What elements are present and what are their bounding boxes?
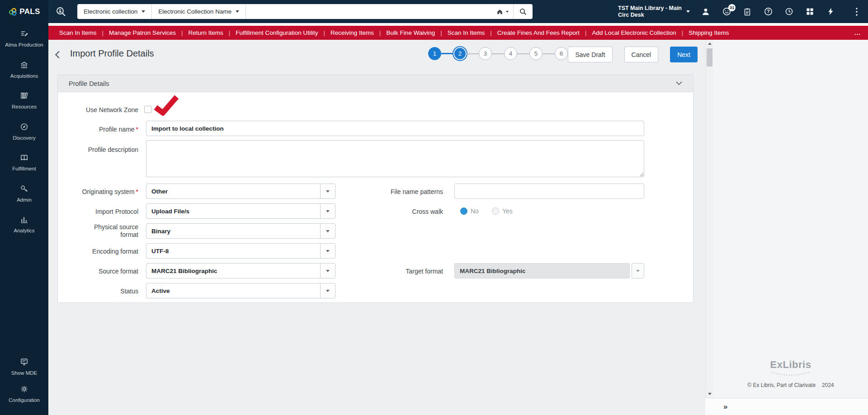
wizard-step-4[interactable]: 4: [504, 47, 517, 60]
scrollbar-thumb[interactable]: [707, 48, 712, 66]
cross-walk-no-radio[interactable]: [460, 208, 467, 215]
copyright-text: © Ex Libris, Part of Clarivate2024: [713, 382, 868, 388]
back-button[interactable]: [53, 50, 63, 61]
sidebar-item-label: Fulfillment: [12, 166, 36, 172]
selected-value: Binary: [146, 224, 320, 238]
search-submit-button[interactable]: [514, 4, 533, 19]
source-format-dropdown[interactable]: MARC21 Bibliographic: [146, 263, 335, 278]
sidebar-item-resources[interactable]: Resources: [0, 91, 48, 110]
dropdown-toggle-button[interactable]: [320, 264, 335, 278]
sidebar-item-show-mde[interactable]: Show MDE: [0, 358, 48, 377]
selected-value: Upload File/s: [146, 204, 320, 218]
annotation-checkmark: [153, 95, 180, 116]
profile-details-card: Profile Details Use Network Zone Profile…: [57, 75, 693, 303]
profile-details-panel-header[interactable]: Profile Details: [58, 75, 693, 92]
current-location-text: TST Main Library - Main Circ Desk: [618, 5, 682, 19]
cross-walk-yes-radio[interactable]: [492, 208, 499, 215]
quick-link[interactable]: Create Fines And Fees Report: [485, 29, 580, 36]
profile-name-input[interactable]: [146, 121, 644, 136]
chevron-left-icon: [53, 50, 63, 60]
cancel-button[interactable]: Cancel: [624, 47, 659, 62]
physical-source-format-dropdown[interactable]: Binary: [146, 223, 335, 239]
wizard-step-1[interactable]: 1: [428, 47, 441, 60]
status-dropdown[interactable]: Active: [146, 283, 335, 298]
quick-actions-lightning-icon[interactable]: [826, 7, 835, 17]
vertical-scrollbar[interactable]: [705, 40, 713, 398]
apps-grid-icon[interactable]: [805, 7, 815, 17]
quick-links-bar: Scan In Items Manage Patron Services Ret…: [48, 26, 868, 40]
wizard-steps: 1 2 3 4 5 6: [428, 47, 568, 60]
quick-link[interactable]: Manage Patron Services: [97, 29, 176, 36]
quick-link[interactable]: Bulk Fine Waiving: [374, 29, 435, 36]
selected-value: MARC21 Bibliographic: [460, 268, 526, 274]
quick-link[interactable]: Return Items: [176, 29, 223, 36]
profile-description-textarea[interactable]: [146, 140, 644, 177]
import-protocol-dropdown[interactable]: Upload File/s: [146, 203, 335, 219]
quick-link[interactable]: Add Local Electronic Collection: [580, 29, 676, 36]
dropdown-toggle-button[interactable]: [320, 204, 335, 218]
user-icon[interactable]: [701, 7, 711, 17]
file-name-patterns-input[interactable]: [454, 184, 644, 199]
originating-system-dropdown[interactable]: Other: [146, 184, 335, 199]
wizard-step-5[interactable]: 5: [529, 47, 542, 60]
show-mde-icon: [20, 358, 28, 368]
use-network-zone-checkbox[interactable]: [144, 106, 151, 113]
pals-logo[interactable]: PALS: [0, 0, 48, 23]
quick-links-more-button[interactable]: ...: [849, 29, 861, 36]
sidebar-item-label: Acquisitions: [10, 73, 38, 80]
profile-description-label: Profile description: [75, 146, 138, 154]
scroll-down-arrow[interactable]: [706, 390, 713, 398]
wizard-step-6[interactable]: 6: [555, 47, 568, 60]
sidebar-item-label: Admin: [17, 197, 32, 203]
dropdown-toggle-button[interactable]: [320, 283, 335, 298]
sidebar-item-label: Discovery: [13, 135, 35, 141]
selected-value: UTF-8: [146, 244, 320, 258]
home-scope-button[interactable]: [491, 4, 513, 19]
collapse-chevron-icon[interactable]: [676, 81, 682, 85]
quick-link[interactable]: Receiving Items: [318, 29, 374, 36]
dropdown-toggle-button[interactable]: [632, 263, 644, 278]
chevron-down-icon: [236, 10, 239, 13]
feedback-icon[interactable]: 31: [722, 7, 731, 17]
chevron-down-icon: [686, 10, 690, 13]
required-asterisk: *: [136, 188, 138, 195]
help-icon[interactable]: ?: [763, 7, 773, 17]
sidebar-item-discovery[interactable]: Discovery: [0, 123, 48, 141]
next-button[interactable]: Next: [670, 47, 698, 62]
save-draft-button[interactable]: Save Draft: [568, 47, 612, 62]
dropdown-toggle-button[interactable]: [320, 244, 335, 258]
scroll-up-arrow[interactable]: [706, 40, 713, 47]
wizard-step-2-active[interactable]: 2: [453, 47, 467, 60]
sidebar-item-label: Alma Production: [5, 42, 43, 48]
dropdown-toggle-button[interactable]: [320, 224, 335, 238]
search-input[interactable]: [246, 4, 491, 19]
wizard-connector: [492, 53, 504, 54]
profile-name-label: Profile name*: [75, 126, 138, 133]
radio-label: No: [471, 208, 479, 215]
quick-link[interactable]: Shipping Items: [676, 29, 729, 36]
physical-source-format-label: Physical source format: [75, 223, 138, 239]
sidebar-item-admin[interactable]: Admin: [0, 184, 48, 203]
quick-link[interactable]: Scan In Items: [435, 29, 485, 36]
dropdown-toggle-button[interactable]: [320, 184, 335, 198]
tasks-clipboard-icon[interactable]: [742, 7, 752, 17]
current-location-selector[interactable]: TST Main Library - Main Circ Desk: [618, 5, 690, 19]
sidebar-bottom-nav: Show MDE Configuration: [0, 358, 48, 411]
search-scope-dropdown-type[interactable]: Electronic collection: [77, 4, 152, 19]
encoding-format-dropdown[interactable]: UTF-8: [146, 243, 335, 259]
sidebar-item-analytics[interactable]: Analytics: [0, 215, 48, 234]
search-scope-dropdown-name[interactable]: Electronic Collection Name: [152, 4, 246, 19]
quick-link[interactable]: Fulfillment Configuration Utility: [223, 29, 318, 36]
sidebar-item-alma-production[interactable]: Alma Production: [0, 29, 48, 48]
wizard-step-3[interactable]: 3: [479, 47, 492, 60]
sidebar-item-configuration[interactable]: Configuration: [0, 385, 48, 404]
more-menu-icon[interactable]: [852, 7, 862, 17]
persistent-search-icon[interactable]: [55, 6, 67, 18]
recent-history-icon[interactable]: [784, 7, 794, 17]
encoding-format-label: Encoding format: [75, 248, 138, 255]
wizard-connector: [441, 53, 453, 54]
sidebar-item-fulfillment[interactable]: Fulfillment: [0, 153, 48, 172]
sidebar-item-acquisitions[interactable]: Acquisitions: [0, 61, 48, 80]
expand-panel-icon[interactable]: »: [723, 402, 727, 411]
quick-link[interactable]: Scan In Items: [59, 29, 97, 36]
